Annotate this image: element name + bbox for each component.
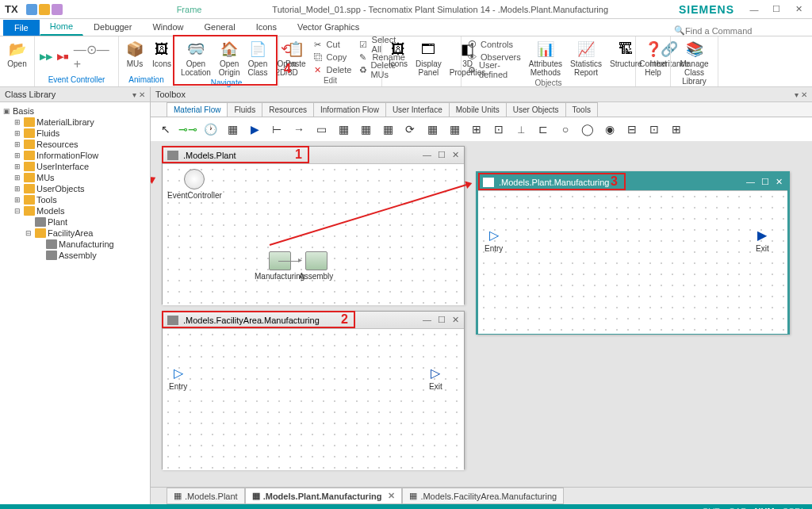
- tool-icon[interactable]: ⊢: [268, 121, 285, 138]
- min-icon[interactable]: —: [746, 177, 755, 187]
- connector-icon[interactable]: ⊸⊸: [179, 121, 197, 138]
- manufacturing-object[interactable]: Manufacturing: [255, 251, 304, 281]
- file-tab[interactable]: File: [3, 20, 40, 36]
- close-button[interactable]: ✕: [788, 2, 809, 17]
- tab-vector-graphics[interactable]: Vector Graphics: [287, 18, 370, 36]
- tool-icon[interactable]: ▦: [379, 121, 396, 138]
- display-panel-button[interactable]: 🗔Display Panel: [414, 38, 443, 78]
- play-icon[interactable]: ▶▶: [40, 52, 52, 62]
- attributes-methods-button[interactable]: 📊Attributes Methods: [527, 38, 564, 78]
- tool-icon[interactable]: ○: [557, 121, 574, 138]
- minimize-button[interactable]: —: [744, 2, 764, 17]
- delete-button[interactable]: ✕Delete: [312, 63, 354, 76]
- toolbox-tab[interactable]: Resources: [262, 102, 314, 117]
- qa-icon[interactable]: [52, 4, 63, 15]
- tool-icon[interactable]: ⊞: [468, 121, 485, 138]
- tool-icon[interactable]: ⊡: [490, 121, 508, 138]
- tab-home[interactable]: Home: [40, 17, 83, 36]
- event-controller-object[interactable]: EventController: [167, 169, 222, 200]
- toolbox-tab[interactable]: Tools: [565, 102, 598, 117]
- close-icon[interactable]: ✕: [452, 315, 459, 325]
- copy-button[interactable]: ⿻Copy: [312, 51, 354, 63]
- controls-button[interactable]: ⦿Controls: [466, 38, 523, 51]
- toolbox-tab[interactable]: Mobile Units: [449, 102, 507, 117]
- tool-icon[interactable]: ▦: [446, 121, 463, 138]
- tree-node[interactable]: ⊞InformationFlow: [2, 150, 148, 161]
- window-plant-manufacturing[interactable]: .Models.Plant.Manufacturing —☐✕ ▷Entry ▶…: [476, 171, 790, 335]
- entry-object[interactable]: ▷Entry: [485, 228, 503, 253]
- open-icon[interactable]: [39, 4, 50, 15]
- search-input[interactable]: [685, 26, 796, 36]
- tree-node[interactable]: ⊞MUs: [2, 172, 148, 183]
- statistics-report-button[interactable]: 📈Statistics Report: [569, 38, 603, 78]
- canvas[interactable]: .Models.Plant —☐✕ EventController Manufa…: [151, 141, 812, 485]
- stop-icon[interactable]: ▶■: [57, 52, 69, 62]
- tool-icon[interactable]: ◉: [601, 121, 619, 138]
- tool-icon[interactable]: ⟳: [401, 121, 419, 138]
- window-facilityarea-manufacturing[interactable]: .Models.FacilityArea.Manufacturing —☐✕ ▷…: [162, 311, 465, 469]
- open-button[interactable]: 📂Open: [5, 38, 29, 70]
- tree-node-plant[interactable]: Plant: [2, 216, 148, 228]
- pin-icon[interactable]: ▾ ✕: [132, 90, 145, 99]
- command-search[interactable]: 🔍: [674, 25, 796, 36]
- tree-node[interactable]: ⊞UserObjects: [2, 183, 148, 194]
- max-icon[interactable]: ☐: [438, 150, 446, 160]
- tree-node-assembly[interactable]: Assembly: [2, 250, 148, 261]
- max-icon[interactable]: ☐: [761, 177, 769, 187]
- tool-icon[interactable]: ⊏: [534, 121, 552, 138]
- source-icon[interactable]: ▶: [246, 121, 263, 138]
- tab-general[interactable]: General: [194, 18, 246, 36]
- doc-tab[interactable]: ▦.Models.Plant: [167, 488, 245, 504]
- tree-node-manufacturing[interactable]: Manufacturing: [2, 239, 148, 250]
- exit-object[interactable]: ▷Exit: [429, 365, 442, 391]
- icons-button[interactable]: 🖼Icons: [151, 38, 173, 70]
- tool-icon[interactable]: ⊡: [645, 121, 663, 138]
- frame-icon[interactable]: ▦: [224, 121, 241, 138]
- tree-node[interactable]: ⊞Tools: [2, 194, 148, 205]
- tool-icon[interactable]: ▦: [357, 121, 374, 138]
- user-defined-button[interactable]: ⚙User-defined: [466, 63, 523, 76]
- icons-panel-button[interactable]: 🖼Icons: [387, 38, 409, 70]
- window-models-plant[interactable]: .Models.Plant —☐✕ EventController Manufa…: [162, 146, 465, 304]
- toolbox-tab[interactable]: User Interface: [385, 102, 450, 117]
- assembly-object[interactable]: Assembly: [299, 251, 333, 281]
- tool-icon[interactable]: ▦: [423, 121, 441, 138]
- toolbox-tab[interactable]: User Objects: [506, 102, 566, 117]
- tool-icon[interactable]: ◯: [579, 121, 596, 138]
- tool-icon[interactable]: ▭: [312, 121, 330, 138]
- toolbox-tab-material-flow[interactable]: Material Flow: [167, 102, 228, 117]
- entry-object[interactable]: ▷Entry: [169, 365, 187, 391]
- tab-window[interactable]: Window: [142, 18, 193, 36]
- doc-tab[interactable]: ▦.Models.FacilityArea.Manufacturing: [402, 488, 564, 504]
- exit-object[interactable]: ▶Exit: [756, 228, 769, 253]
- tab-icons[interactable]: Icons: [246, 18, 287, 36]
- manage-class-library-button[interactable]: 📚Manage Class Library: [676, 38, 713, 87]
- mus-button[interactable]: 📦MUs: [124, 38, 146, 70]
- tab-debugger[interactable]: Debugger: [83, 18, 142, 36]
- save-icon[interactable]: [26, 4, 37, 15]
- close-tab-icon[interactable]: ✕: [388, 491, 395, 501]
- min-icon[interactable]: —: [423, 315, 431, 325]
- max-icon[interactable]: ☐: [438, 315, 446, 325]
- close-icon[interactable]: ✕: [452, 150, 459, 160]
- tree-node-facilityarea[interactable]: ⊟FacilityArea: [2, 228, 148, 239]
- clock-icon[interactable]: 🕐: [201, 121, 219, 138]
- tree-node[interactable]: ⊞MaterialLibrary: [2, 117, 148, 128]
- maximize-button[interactable]: ☐: [766, 2, 787, 17]
- tree-node[interactable]: ⊞UserInterface: [2, 161, 148, 172]
- tool-icon[interactable]: ⊞: [668, 121, 685, 138]
- tool-icon[interactable]: →: [290, 121, 308, 138]
- tool-icon[interactable]: ▦: [335, 121, 352, 138]
- tool-icon[interactable]: ⊟: [623, 121, 641, 138]
- min-icon[interactable]: —: [423, 150, 431, 160]
- tool-icon[interactable]: ⟂: [512, 121, 530, 138]
- tree-node[interactable]: ⊞Resources: [2, 139, 148, 150]
- toolbox-tab[interactable]: Information Flow: [313, 102, 386, 117]
- cut-button[interactable]: ✂Cut: [312, 38, 354, 51]
- tree-root[interactable]: ▣Basis: [2, 105, 148, 117]
- tree-node[interactable]: ⊞Fluids: [2, 128, 148, 139]
- pointer-icon[interactable]: ↖: [157, 121, 174, 138]
- doc-tab-active[interactable]: ▦.Models.Plant.Manufacturing✕: [245, 488, 403, 504]
- context-help-button[interactable]: ❓Context Help: [641, 38, 665, 78]
- toolbox-tab[interactable]: Fluids: [227, 102, 262, 117]
